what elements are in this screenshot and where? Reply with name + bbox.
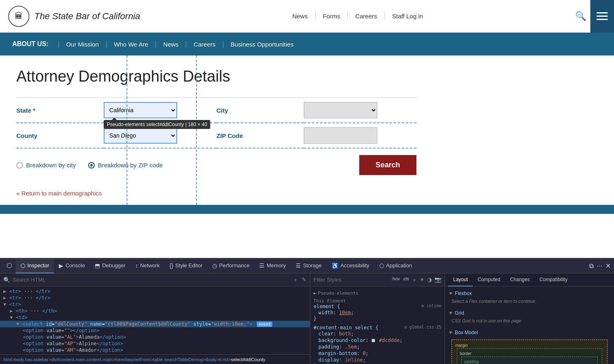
county-zip-row: County San Diego ZIP Code bbox=[16, 123, 416, 148]
subnav-whoweare[interactable]: Who We Are bbox=[106, 41, 156, 48]
site-logo-text: The State Bar of California bbox=[34, 11, 140, 22]
top-nav-links: News Forms Careers Staff Log in bbox=[285, 13, 430, 20]
city-label: City bbox=[216, 98, 303, 123]
radio-zip-label: Breakdown by ZIP code bbox=[98, 162, 163, 169]
element-tooltip: Pseudo-elements select#ddlCounty | 180 ×… bbox=[104, 120, 211, 129]
hamburger-button[interactable] bbox=[590, 0, 614, 33]
logo-area: 🏛 The State Bar of California bbox=[8, 6, 140, 27]
radio-city-circle bbox=[16, 162, 23, 169]
form-table: State * California Pseudo-elements selec… bbox=[16, 98, 416, 149]
state-input-cell: California Pseudo-elements select#ddlCou… bbox=[104, 98, 216, 123]
radio-zip-option[interactable]: Breakdown by ZIP code bbox=[88, 162, 163, 169]
radio-options: Breakdown by city Breakdown by ZIP code bbox=[16, 162, 347, 169]
nav-forms[interactable]: Forms bbox=[316, 13, 348, 20]
top-nav: 🏛 The State Bar of California News Forms… bbox=[0, 0, 614, 33]
tooltip-arrow bbox=[112, 118, 117, 120]
state-select[interactable]: California bbox=[104, 102, 177, 118]
radio-city-option[interactable]: Breakdown by city bbox=[16, 162, 76, 169]
radio-zip-circle bbox=[88, 162, 95, 169]
county-select[interactable]: San Diego bbox=[104, 127, 177, 144]
nav-news[interactable]: News bbox=[285, 13, 316, 20]
site-logo-icon: 🏛 bbox=[8, 6, 29, 27]
zip-input[interactable] bbox=[304, 127, 377, 144]
state-city-row: State * California Pseudo-elements selec… bbox=[16, 98, 416, 123]
nav-stafflog[interactable]: Staff Log in bbox=[385, 13, 431, 20]
search-button[interactable]: Search bbox=[359, 155, 416, 175]
subnav-business[interactable]: Business Opportunities bbox=[223, 41, 301, 48]
page-title: Attorney Demographics Details bbox=[16, 68, 598, 85]
footer-bar bbox=[0, 205, 614, 214]
main-content: Attorney Demographics Details State * Ca… bbox=[0, 55, 614, 205]
zip-input-cell bbox=[304, 123, 417, 148]
sub-nav-label: ABOUT US: bbox=[12, 40, 49, 48]
radio-city-label: Breakdown by city bbox=[26, 162, 76, 169]
tooltip-text-content: select#ddlCounty | 180 × 40 bbox=[147, 122, 207, 127]
city-select[interactable] bbox=[304, 102, 377, 118]
search-icon[interactable]: 🔍 bbox=[575, 11, 586, 22]
nav-careers[interactable]: Careers bbox=[348, 13, 385, 20]
sub-nav: ABOUT US: Our Mission Who We Are News Ca… bbox=[0, 33, 614, 55]
subnav-news[interactable]: News bbox=[156, 41, 186, 48]
subnav-mission[interactable]: Our Mission bbox=[58, 41, 106, 48]
radio-search-row: Breakdown by city Breakdown by ZIP code … bbox=[16, 149, 416, 182]
state-label: State * bbox=[16, 98, 104, 123]
return-link[interactable]: « Return to main demographics bbox=[16, 190, 598, 197]
subnav-careers[interactable]: Careers bbox=[186, 41, 222, 48]
city-input-cell bbox=[304, 98, 417, 123]
top-nav-right: 🔍 bbox=[575, 0, 606, 33]
county-label: County bbox=[16, 123, 104, 148]
tooltip-text: Pseudo-elements bbox=[107, 122, 145, 127]
zip-label: ZIP Code bbox=[216, 123, 303, 148]
